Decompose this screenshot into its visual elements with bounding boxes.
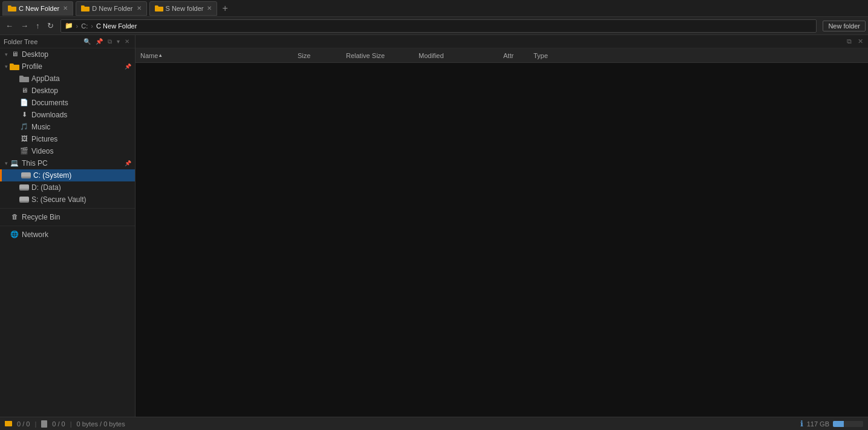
refresh-button[interactable]: ↻ bbox=[44, 21, 57, 31]
tab-close-button[interactable]: ✕ bbox=[63, 5, 68, 11]
icon-downloads: ⬇ bbox=[19, 111, 29, 119]
column-headers: Name Size Relative Size Modified Attr Ty… bbox=[135, 48, 868, 63]
sidebar-item-desktop2[interactable]: 🖥Desktop bbox=[0, 85, 135, 97]
panel-close-button[interactable]: ✕ bbox=[123, 37, 131, 46]
sidebar-item-thispc[interactable]: ▾💻This PC📌 bbox=[0, 157, 135, 169]
col-size-header[interactable]: Size bbox=[295, 52, 344, 59]
col-type-header[interactable]: Type bbox=[531, 52, 866, 59]
tab-folder-icon bbox=[155, 5, 163, 11]
tab-d-new-folder[interactable]: D New Folder✕ bbox=[76, 1, 146, 16]
col-relsize-header[interactable]: Relative Size bbox=[344, 52, 416, 59]
panel-layout-button[interactable]: ⧉ bbox=[844, 37, 854, 46]
sidebar-divider-before-network bbox=[0, 226, 135, 226]
sidebar-label-s-drive: S: (Secure Vault) bbox=[31, 195, 86, 204]
sidebar-label-network: Network bbox=[22, 230, 48, 239]
tab-label: D New Folder bbox=[92, 5, 132, 12]
sidebar-item-profile[interactable]: ▾Profile📌 bbox=[0, 60, 135, 73]
icon-profile bbox=[10, 63, 19, 70]
tree-arrow-thispc: ▾ bbox=[2, 160, 10, 166]
tab-close-button[interactable]: ✕ bbox=[137, 5, 142, 11]
disk-size-label: 117 GB bbox=[807, 420, 829, 428]
sidebar-item-c-drive[interactable]: C: (System) bbox=[0, 169, 135, 181]
sidebar-item-pictures[interactable]: 🖼Pictures bbox=[0, 133, 135, 145]
sidebar-label-desktop2: Desktop bbox=[31, 86, 58, 95]
status-size-info: 0 bytes / 0 bytes bbox=[77, 420, 125, 428]
tree-arrow-desktop: ▾ bbox=[2, 51, 10, 57]
forward-button[interactable]: → bbox=[18, 21, 31, 31]
sidebar-label-c-drive: C: (System) bbox=[33, 171, 71, 180]
folder-tree-panel: Folder Tree 🔍 📌 ⧉ ▾ ✕ ▾🖥Desktop▾Profile📌… bbox=[0, 35, 135, 417]
main-area: Folder Tree 🔍 📌 ⧉ ▾ ✕ ▾🖥Desktop▾Profile📌… bbox=[0, 35, 868, 417]
sidebar-item-music[interactable]: 🎵Music bbox=[0, 121, 135, 133]
sidebar-label-downloads: Downloads bbox=[31, 111, 67, 119]
sidebar-divider-before-recycle bbox=[0, 208, 135, 209]
folder-tree-title: Folder Tree bbox=[4, 38, 38, 45]
icon-network: 🌐 bbox=[10, 230, 19, 239]
panel-search-button[interactable]: 🔍 bbox=[82, 37, 93, 46]
sidebar-label-recyclebin: Recycle Bin bbox=[22, 213, 60, 221]
info-icon: ℹ bbox=[800, 419, 803, 428]
icon-s-drive bbox=[19, 196, 29, 203]
sidebar-item-recyclebin[interactable]: 🗑Recycle Bin bbox=[0, 211, 135, 223]
up-button[interactable]: ↑ bbox=[33, 21, 43, 31]
icon-documents: 📄 bbox=[19, 99, 29, 107]
tab-c-new-folder[interactable]: C New Folder✕ bbox=[2, 1, 73, 16]
address-folder-icon: 📁 bbox=[65, 22, 75, 30]
tab-close-button[interactable]: ✕ bbox=[207, 5, 212, 11]
tab-s-new-folder[interactable]: S New folder✕ bbox=[149, 1, 218, 16]
address-current-folder: C New Folder bbox=[96, 22, 137, 30]
icon-recyclebin: 🗑 bbox=[10, 213, 19, 221]
sidebar-item-network[interactable]: 🌐Network bbox=[0, 229, 135, 241]
icon-pictures: 🖼 bbox=[19, 135, 29, 143]
back-button[interactable]: ← bbox=[2, 21, 16, 31]
tree-container: ▾🖥Desktop▾Profile📌AppData🖥Desktop📄Docume… bbox=[0, 48, 135, 241]
address-drive: C: bbox=[79, 22, 88, 30]
panel-close-right-button[interactable]: ✕ bbox=[855, 37, 866, 46]
status-left: 0 / 0 | 0 / 0 | 0 bytes / 0 bytes bbox=[5, 420, 795, 428]
pin-icon-profile: 📌 bbox=[125, 64, 131, 70]
col-modified-header[interactable]: Modified bbox=[416, 52, 501, 59]
sidebar-label-videos: Videos bbox=[31, 147, 53, 155]
sidebar-label-desktop: Desktop bbox=[22, 50, 48, 59]
tab-folder-icon bbox=[81, 5, 90, 11]
sidebar-label-d-drive: D: (Data) bbox=[31, 183, 61, 192]
panel-copy-button[interactable]: ⧉ bbox=[106, 37, 114, 46]
icon-desktop2: 🖥 bbox=[19, 86, 29, 95]
tree-arrow-profile: ▾ bbox=[2, 64, 10, 70]
icon-appdata bbox=[19, 75, 29, 82]
icon-thispc: 💻 bbox=[10, 159, 19, 168]
file-content-area[interactable] bbox=[135, 63, 868, 417]
status-folders-count: 0 / 0 bbox=[17, 420, 30, 428]
disk-bar-fill bbox=[833, 421, 844, 427]
icon-videos: 🎬 bbox=[19, 147, 29, 155]
sidebar-label-music: Music bbox=[31, 123, 50, 131]
sidebar-item-d-drive[interactable]: D: (Data) bbox=[0, 181, 135, 194]
panel-pin-button[interactable]: 📌 bbox=[94, 37, 105, 46]
add-tab-button[interactable]: + bbox=[218, 1, 231, 16]
tab-label: S New folder bbox=[166, 5, 204, 12]
file-panel: ⧉ ✕ Name Size Relative Size Modified Att… bbox=[135, 35, 868, 417]
disk-usage-bar bbox=[833, 421, 863, 427]
sidebar-label-profile: Profile bbox=[22, 62, 42, 71]
folder-tree-header: Folder Tree 🔍 📌 ⧉ ▾ ✕ bbox=[0, 35, 135, 48]
new-folder-button[interactable]: New folder bbox=[823, 21, 866, 31]
sidebar-label-documents: Documents bbox=[31, 99, 68, 107]
address-bar[interactable]: 📁 › C: › C New Folder bbox=[60, 19, 817, 33]
icon-music: 🎵 bbox=[19, 123, 29, 131]
status-files-count: 0 / 0 bbox=[52, 420, 65, 428]
sidebar-item-desktop[interactable]: ▾🖥Desktop bbox=[0, 48, 135, 60]
status-bar: 0 / 0 | 0 / 0 | 0 bytes / 0 bytes ℹ 117 … bbox=[0, 417, 868, 430]
status-file-icon bbox=[41, 420, 47, 428]
sidebar-item-documents[interactable]: 📄Documents bbox=[0, 97, 135, 109]
sidebar-item-downloads[interactable]: ⬇Downloads bbox=[0, 109, 135, 121]
panel-title-controls: 🔍 📌 ⧉ ▾ ✕ bbox=[82, 37, 131, 46]
status-right: ℹ 117 GB bbox=[800, 419, 863, 428]
sidebar-item-s-drive[interactable]: S: (Secure Vault) bbox=[0, 194, 135, 206]
col-name-header[interactable]: Name bbox=[138, 52, 295, 59]
sidebar-item-videos[interactable]: 🎬Videos bbox=[0, 145, 135, 157]
tab-folder-icon bbox=[8, 5, 16, 11]
sidebar-item-appdata[interactable]: AppData bbox=[0, 73, 135, 85]
sidebar-label-appdata: AppData bbox=[31, 74, 60, 83]
col-attr-header[interactable]: Attr bbox=[501, 52, 531, 59]
panel-more-button[interactable]: ▾ bbox=[115, 37, 122, 46]
